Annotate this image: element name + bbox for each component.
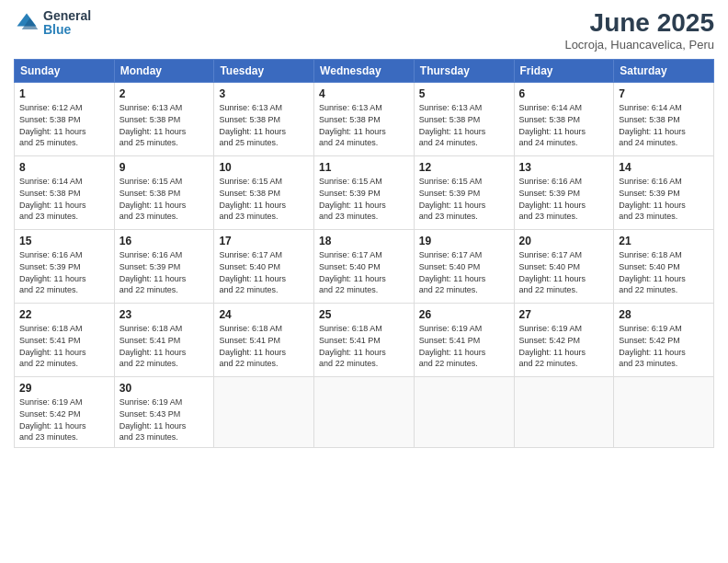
- daylight-label: Daylight: 11 hoursand 23 minutes.: [519, 201, 586, 222]
- cell-w5-d2: [214, 376, 314, 447]
- daylight-label: Daylight: 11 hoursand 23 minutes.: [119, 201, 187, 222]
- daylight-label: Daylight: 11 hoursand 23 minutes.: [119, 421, 187, 442]
- day-number: 28: [619, 307, 709, 322]
- daylight-label: Daylight: 11 hoursand 24 minutes.: [519, 127, 586, 148]
- col-wednesday: Wednesday: [314, 59, 415, 82]
- cell-w1-d6: 7 Sunrise: 6:14 AM Sunset: 5:38 PM Dayli…: [614, 82, 714, 155]
- daylight-label: Daylight: 11 hoursand 22 minutes.: [119, 274, 187, 295]
- daylight-label: Daylight: 11 hoursand 23 minutes.: [619, 201, 686, 222]
- month-title: June 2025: [564, 9, 714, 38]
- sunset-info: Sunset: 5:38 PM: [119, 189, 181, 198]
- week-row-2: 8 Sunrise: 6:14 AM Sunset: 5:38 PM Dayli…: [15, 155, 714, 229]
- sunrise-info: Sunrise: 6:16 AM: [619, 177, 682, 186]
- cell-w1-d3: 4 Sunrise: 6:13 AM Sunset: 5:38 PM Dayli…: [314, 82, 415, 155]
- daylight-label: Daylight: 11 hoursand 25 minutes.: [19, 127, 86, 148]
- logo-general: General: [43, 9, 91, 23]
- sunrise-info: Sunrise: 6:18 AM: [119, 324, 183, 333]
- day-number: 3: [219, 86, 309, 101]
- daylight-label: Daylight: 11 hoursand 23 minutes.: [219, 201, 286, 222]
- day-number: 29: [19, 381, 109, 396]
- sunset-info: Sunset: 5:40 PM: [319, 262, 381, 271]
- sunrise-info: Sunrise: 6:14 AM: [619, 103, 682, 112]
- cell-w4-d6: 28 Sunrise: 6:19 AM Sunset: 5:42 PM Dayl…: [614, 303, 714, 376]
- sunset-info: Sunset: 5:39 PM: [519, 189, 581, 198]
- sunrise-info: Sunrise: 6:17 AM: [519, 250, 583, 259]
- cell-w2-d1: 9 Sunrise: 6:15 AM Sunset: 5:38 PM Dayli…: [114, 155, 214, 229]
- cell-w2-d6: 14 Sunrise: 6:16 AM Sunset: 5:39 PM Dayl…: [614, 155, 714, 229]
- week-row-5: 29 Sunrise: 6:19 AM Sunset: 5:42 PM Dayl…: [15, 376, 714, 447]
- day-number: 17: [219, 234, 309, 248]
- sunrise-info: Sunrise: 6:12 AM: [19, 103, 83, 112]
- sunrise-info: Sunrise: 6:19 AM: [119, 397, 183, 407]
- logo-text: General Blue: [43, 9, 91, 38]
- cell-w1-d4: 5 Sunrise: 6:13 AM Sunset: 5:38 PM Dayli…: [414, 82, 514, 155]
- cell-w2-d4: 12 Sunrise: 6:15 AM Sunset: 5:39 PM Dayl…: [414, 155, 514, 229]
- sunrise-info: Sunrise: 6:15 AM: [219, 177, 282, 186]
- sunset-info: Sunset: 5:38 PM: [119, 115, 181, 124]
- daylight-label: Daylight: 11 hoursand 23 minutes.: [619, 348, 686, 369]
- sunset-info: Sunset: 5:39 PM: [19, 262, 81, 271]
- day-number: 14: [619, 160, 709, 175]
- sunrise-info: Sunrise: 6:15 AM: [119, 177, 183, 186]
- day-number: 23: [119, 307, 210, 322]
- location-subtitle: Locroja, Huancavelica, Peru: [564, 38, 714, 52]
- cell-w3-d5: 20 Sunrise: 6:17 AM Sunset: 5:40 PM Dayl…: [514, 229, 614, 303]
- sunset-info: Sunset: 5:40 PM: [419, 262, 481, 271]
- logo-icon: [14, 10, 40, 36]
- sunrise-info: Sunrise: 6:13 AM: [119, 103, 183, 112]
- cell-w1-d1: 2 Sunrise: 6:13 AM Sunset: 5:38 PM Dayli…: [114, 82, 214, 155]
- sunrise-info: Sunrise: 6:16 AM: [519, 177, 583, 186]
- cell-w5-d0: 29 Sunrise: 6:19 AM Sunset: 5:42 PM Dayl…: [15, 376, 115, 447]
- header: General Blue June 2025 Locroja, Huancave…: [14, 9, 714, 52]
- sunrise-info: Sunrise: 6:17 AM: [419, 250, 483, 259]
- sunset-info: Sunset: 5:38 PM: [219, 115, 280, 124]
- sunset-info: Sunset: 5:43 PM: [119, 409, 181, 419]
- week-row-1: 1 Sunrise: 6:12 AM Sunset: 5:38 PM Dayli…: [15, 82, 714, 155]
- sunrise-info: Sunrise: 6:19 AM: [419, 324, 483, 333]
- daylight-label: Daylight: 11 hoursand 25 minutes.: [219, 127, 286, 148]
- cell-w1-d2: 3 Sunrise: 6:13 AM Sunset: 5:38 PM Dayli…: [214, 82, 314, 155]
- day-number: 15: [19, 234, 109, 248]
- sunrise-info: Sunrise: 6:18 AM: [219, 324, 282, 333]
- sunset-info: Sunset: 5:40 PM: [519, 262, 581, 271]
- day-number: 5: [419, 86, 509, 101]
- cell-w5-d1: 30 Sunrise: 6:19 AM Sunset: 5:43 PM Dayl…: [114, 376, 214, 447]
- daylight-label: Daylight: 11 hoursand 22 minutes.: [319, 348, 386, 369]
- day-number: 16: [119, 234, 210, 248]
- cell-w2-d5: 13 Sunrise: 6:16 AM Sunset: 5:39 PM Dayl…: [514, 155, 614, 229]
- daylight-label: Daylight: 11 hoursand 23 minutes.: [19, 201, 86, 222]
- daylight-label: Daylight: 11 hoursand 23 minutes.: [19, 421, 86, 442]
- sunrise-info: Sunrise: 6:13 AM: [219, 103, 282, 112]
- day-number: 7: [619, 86, 709, 101]
- sunset-info: Sunset: 5:39 PM: [419, 189, 481, 198]
- sunset-info: Sunset: 5:41 PM: [19, 336, 81, 345]
- col-sunday: Sunday: [15, 59, 115, 82]
- daylight-label: Daylight: 11 hoursand 25 minutes.: [119, 127, 187, 148]
- col-monday: Monday: [114, 59, 214, 82]
- col-tuesday: Tuesday: [214, 59, 314, 82]
- sunrise-info: Sunrise: 6:14 AM: [19, 177, 83, 186]
- sunrise-info: Sunrise: 6:14 AM: [519, 103, 583, 112]
- sunrise-info: Sunrise: 6:17 AM: [319, 250, 382, 259]
- cell-w1-d0: 1 Sunrise: 6:12 AM Sunset: 5:38 PM Dayli…: [15, 82, 115, 155]
- daylight-label: Daylight: 11 hoursand 22 minutes.: [19, 348, 86, 369]
- header-row: Sunday Monday Tuesday Wednesday Thursday…: [15, 59, 714, 82]
- col-friday: Friday: [514, 59, 614, 82]
- week-row-4: 22 Sunrise: 6:18 AM Sunset: 5:41 PM Dayl…: [15, 303, 714, 376]
- daylight-label: Daylight: 11 hoursand 22 minutes.: [619, 274, 686, 295]
- sunset-info: Sunset: 5:42 PM: [19, 409, 81, 419]
- sunset-info: Sunset: 5:38 PM: [19, 189, 81, 198]
- cell-w4-d2: 24 Sunrise: 6:18 AM Sunset: 5:41 PM Dayl…: [214, 303, 314, 376]
- sunrise-info: Sunrise: 6:16 AM: [19, 250, 83, 259]
- day-number: 21: [619, 234, 709, 248]
- cell-w1-d5: 6 Sunrise: 6:14 AM Sunset: 5:38 PM Dayli…: [514, 82, 614, 155]
- day-number: 1: [19, 86, 109, 101]
- day-number: 22: [19, 307, 109, 322]
- col-thursday: Thursday: [414, 59, 514, 82]
- week-row-3: 15 Sunrise: 6:16 AM Sunset: 5:39 PM Dayl…: [15, 229, 714, 303]
- daylight-label: Daylight: 11 hoursand 22 minutes.: [519, 348, 586, 369]
- daylight-label: Daylight: 11 hoursand 22 minutes.: [419, 348, 486, 369]
- sunset-info: Sunset: 5:41 PM: [219, 336, 280, 345]
- sunset-info: Sunset: 5:42 PM: [619, 336, 680, 345]
- page: General Blue June 2025 Locroja, Huancave…: [0, 0, 728, 563]
